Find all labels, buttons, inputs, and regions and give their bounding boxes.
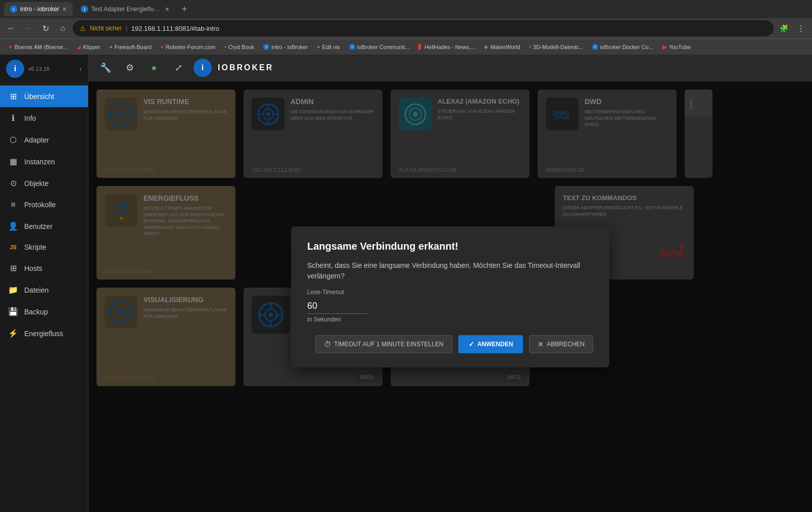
- bookmark-klipper[interactable]: ◢ Klipper: [73, 43, 104, 51]
- bookmark-boerse[interactable]: ★ Boerse.AM (Boerse...: [4, 43, 72, 51]
- sidebar-item-protokolle[interactable]: ≡ Protokolle: [0, 194, 88, 215]
- sidebar-label-adapter: Adapter: [24, 136, 49, 144]
- modal-dialog: Langsame Verbindung erkannt! Scheint, da…: [291, 226, 609, 367]
- tab-close-active[interactable]: ✕: [62, 6, 67, 13]
- toolbar-wrench-button[interactable]: 🔧: [97, 59, 115, 77]
- bookmark-icon-klipper: ◢: [77, 44, 81, 50]
- sidebar-item-uebersicht[interactable]: ⊞ Übersicht: [0, 85, 88, 107]
- tab-favicon-inactive: i: [81, 6, 88, 13]
- bookmark-label-community: ioBroker Communit...: [357, 44, 409, 50]
- modal-timeout-button[interactable]: ⏱ TIMEOUT AUF 1 MINUTE EINSTELLEN: [315, 335, 452, 353]
- modal-hint: in Sekunden: [307, 316, 593, 323]
- tab-inactive[interactable]: i Test Adapter Energiefluss-erwei... ✕: [75, 2, 175, 16]
- modal-title: Langsame Verbindung erkannt!: [307, 241, 593, 252]
- toolbar-expand-button[interactable]: ⤢: [169, 59, 187, 77]
- bookmark-label-makerworld: MakerWorld: [490, 44, 520, 50]
- bookmark-label-hellhades: HellHades - News,...: [424, 44, 475, 50]
- sidebar-label-info: Info: [24, 114, 36, 122]
- bookmark-icon-roboter: ●: [161, 44, 164, 50]
- skripte-icon: JS: [8, 244, 18, 250]
- bookmark-hellhades[interactable]: ▋ HellHades - News,...: [414, 43, 479, 51]
- sidebar-label-objekte: Objekte: [24, 179, 49, 188]
- address-url: 192.168.1.111:8081/#tab-intro: [131, 25, 219, 32]
- sidebar-label-backup: Backup: [24, 308, 48, 316]
- browser-chrome: i intro - iobroker ✕ i Test Adapter Ener…: [0, 0, 812, 55]
- bookmark-label-3dmodell: 3D-Modell-Datenb...: [533, 44, 583, 50]
- sidebar-item-energiefluss[interactable]: ⚡ Energiefluss: [0, 322, 88, 344]
- sidebar-collapse-button[interactable]: ‹: [79, 65, 82, 73]
- bookmark-icon-boerse: ★: [8, 44, 13, 50]
- bookmark-freesoft[interactable]: ● Freesoft-Board: [105, 43, 155, 51]
- bookmark-label-intro: intro - ioBroker: [271, 44, 308, 50]
- sidebar-label-skripte: Skripte: [24, 243, 46, 251]
- zoom-button[interactable]: ⋮: [794, 21, 808, 35]
- sidebar-label-hosts: Hosts: [24, 264, 42, 272]
- sidebar-label-energiefluss: Energiefluss: [24, 330, 63, 338]
- close-icon: ✕: [538, 340, 544, 348]
- info-icon: ℹ: [8, 113, 18, 123]
- address-bar[interactable]: ⚠ Nicht sicher | 192.168.1.111:8081/#tab…: [73, 20, 774, 36]
- bookmark-label-youtube: YouTube: [669, 44, 691, 50]
- bookmarks-bar: ★ Boerse.AM (Boerse... ◢ Klipper ● Frees…: [0, 38, 812, 55]
- extensions-button[interactable]: 🧩: [777, 21, 791, 35]
- bookmark-label-boerse: Boerse.AM (Boerse...: [15, 44, 68, 50]
- bookmark-icon-makerworld: ◆: [484, 44, 488, 50]
- sidebar-label-benutzer: Benutzer: [24, 222, 53, 230]
- sidebar-item-dateien[interactable]: 📁 Dateien: [0, 279, 88, 301]
- modal-overlay: Langsame Verbindung erkannt! Scheint, da…: [88, 81, 812, 512]
- bookmark-youtube[interactable]: ▶ YouTube: [658, 42, 695, 52]
- bookmark-roboter[interactable]: ● Roboter-Forum.com: [157, 43, 219, 51]
- sidebar-item-benutzer[interactable]: 👤 Benutzer: [0, 215, 88, 237]
- sidebar-item-adapter[interactable]: ⬡ Adapter: [0, 129, 88, 151]
- sidebar-label-dateien: Dateien: [24, 286, 49, 294]
- toolbar-settings-button[interactable]: ⚙: [121, 59, 139, 77]
- toolbar: 🔧 ⚙ ● ⤢ i IOBROKER: [88, 55, 812, 81]
- sidebar-label-uebersicht: Übersicht: [24, 92, 54, 101]
- sidebar-label-instanzen: Instanzen: [24, 158, 55, 166]
- bookmark-docker[interactable]: i ioBroker Docker Co...: [588, 43, 657, 51]
- bookmark-intro[interactable]: i intro - ioBroker: [259, 43, 312, 51]
- modal-input[interactable]: [307, 299, 368, 314]
- bookmark-label-cryd: Cryd Book: [228, 44, 254, 50]
- modal-cancel-button[interactable]: ✕ ABBRECHEN: [529, 335, 593, 353]
- bookmark-label-klipper: Klipper: [83, 44, 100, 50]
- sidebar-header: i v6.13.16 ‹: [0, 55, 88, 83]
- sidebar-item-objekte[interactable]: ⊙ Objekte: [0, 172, 88, 194]
- tab-close-inactive[interactable]: ✕: [165, 6, 169, 13]
- home-button[interactable]: ⌂: [56, 21, 70, 35]
- sidebar-nav: ⊞ Übersicht ℹ Info ⬡ Adapter ▦ Instanzen…: [0, 83, 88, 512]
- bookmark-icon-hellhades: ▋: [418, 44, 422, 50]
- tab-bar: i intro - iobroker ✕ i Test Adapter Ener…: [0, 0, 812, 18]
- backup-icon: 💾: [8, 307, 18, 316]
- bookmark-label-freesoft: Freesoft-Board: [114, 44, 151, 50]
- security-warning-text: Nicht sicher: [90, 25, 122, 32]
- bookmark-icon-cryd: ▪: [224, 44, 226, 50]
- sidebar-item-skripte[interactable]: JS Skripte: [0, 237, 88, 257]
- energiefluss-icon: ⚡: [8, 329, 18, 338]
- new-tab-button[interactable]: +: [177, 4, 191, 15]
- reload-button[interactable]: ↻: [38, 21, 53, 35]
- tab-active[interactable]: i intro - iobroker ✕: [4, 2, 73, 16]
- modal-apply-button[interactable]: ✓ ANWENDEN: [458, 335, 523, 353]
- back-button[interactable]: ←: [4, 21, 18, 35]
- cancel-btn-label: ABBRECHEN: [547, 341, 585, 348]
- sidebar-item-hosts[interactable]: ⊞ Hosts: [0, 257, 88, 279]
- app-layout: i v6.13.16 ‹ ⊞ Übersicht ℹ Info ⬡ Adapte…: [0, 55, 812, 512]
- sidebar-item-info[interactable]: ℹ Info: [0, 107, 88, 129]
- security-warning-icon: ⚠: [80, 25, 86, 32]
- sidebar-item-instanzen[interactable]: ▦ Instanzen: [0, 151, 88, 172]
- bookmark-icon-3dmodell: ▪: [530, 44, 532, 50]
- bookmark-community[interactable]: i ioBroker Communit...: [345, 43, 413, 51]
- sidebar-item-backup[interactable]: 💾 Backup: [0, 301, 88, 322]
- bookmark-3dmodell[interactable]: ▪ 3D-Modell-Datenb...: [526, 43, 587, 51]
- protokolle-icon: ≡: [8, 200, 18, 209]
- dateien-icon: 📁: [8, 285, 18, 295]
- right-panel: 🔧 ⚙ ● ⤢ i IOBROKER: [88, 55, 812, 512]
- forward-button[interactable]: →: [21, 21, 35, 35]
- bookmark-cryd[interactable]: ▪ Cryd Book: [220, 43, 258, 51]
- bookmark-editvis[interactable]: ● Edit vis: [313, 43, 344, 51]
- toolbar-status-button[interactable]: ●: [145, 59, 163, 77]
- bookmark-makerworld[interactable]: ◆ MakerWorld: [480, 43, 524, 51]
- adapter-icon: ⬡: [8, 135, 18, 145]
- tab-favicon: i: [10, 6, 17, 13]
